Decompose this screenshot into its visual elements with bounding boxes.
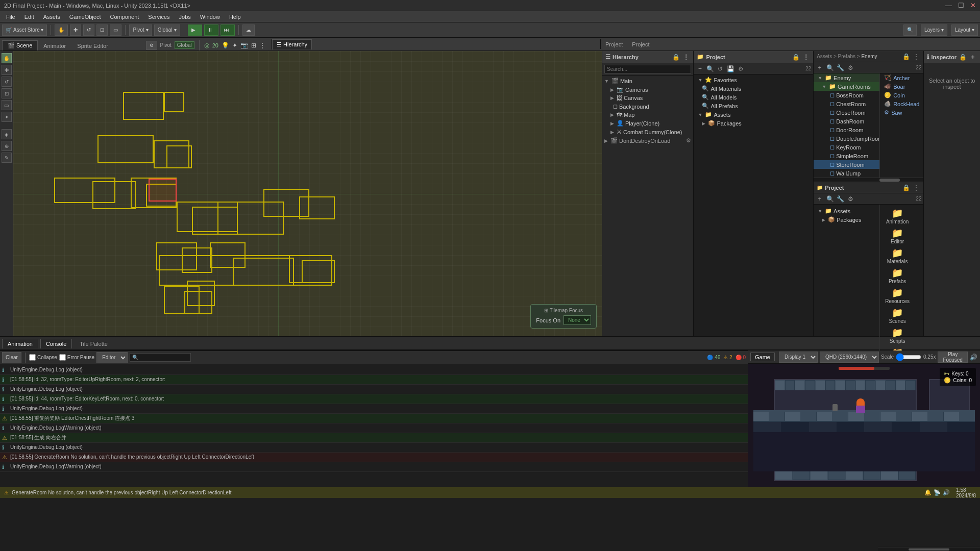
editor-dropdown[interactable]: Editor — [96, 352, 128, 363]
console-row-5[interactable]: ⚠ [01:58:55] 重复的奖励 EditorChestRightRoom … — [0, 414, 748, 423]
tool-hand[interactable]: ✋ — [2, 53, 12, 63]
assets2-create-icon[interactable]: + — [816, 195, 824, 203]
project-all-models[interactable]: 🔍 All Models — [694, 93, 813, 102]
scene-tool-btn[interactable]: ⚙ — [146, 41, 157, 50]
tab-console[interactable]: Console — [40, 339, 72, 348]
enemy-panel-lock-icon[interactable]: 🔒 — [902, 53, 910, 61]
enemy-filter-icon[interactable]: 🔧 — [836, 64, 844, 72]
project-search-icon[interactable]: 🔍 — [706, 65, 714, 73]
console-row-8[interactable]: ℹ UnityEngine.Debug.Log (object) — [0, 443, 748, 453]
asset-scripts[interactable]: 📁 Scripts — [882, 326, 913, 345]
project-lock-icon[interactable]: 🔒 — [792, 53, 800, 61]
project-settings-icon[interactable]: ⚙ — [737, 65, 745, 73]
console-row-10[interactable]: ℹ UnityEngine.Debug.LogWarning (object) — [0, 462, 748, 472]
transform-hand-btn[interactable]: ✋ — [55, 24, 68, 36]
console-row-3[interactable]: ℹ [01:58:55] id: 44, roomType: EditorKey… — [0, 394, 748, 404]
pause-btn[interactable]: ⏸ — [204, 24, 218, 36]
console-row-0[interactable]: ℹ UnityEngine.Debug.Log (object) — [0, 365, 748, 375]
tool-extra1[interactable]: ◈ — [2, 129, 12, 139]
transform-move-btn[interactable]: ✚ — [70, 24, 81, 36]
tab-game[interactable]: Game — [750, 353, 775, 361]
hierarchy-item-background[interactable]: ◻ Background — [602, 102, 693, 111]
asset-animation[interactable]: 📁 Animation — [882, 207, 913, 226]
assets2-settings-icon[interactable]: ⚙ — [846, 195, 854, 203]
menu-services[interactable]: Services — [144, 13, 174, 21]
tab-project[interactable]: Project — [601, 39, 627, 49]
console-row-9[interactable]: ⚠ [01:58:55] GenerateRoom No solution, c… — [0, 453, 748, 462]
tool-move[interactable]: ✚ — [2, 65, 12, 75]
menu-assets[interactable]: Assets — [39, 13, 64, 21]
tool-rotate[interactable]: ↺ — [2, 77, 12, 87]
folder-keyroom[interactable]: ◻ KeyRoom — [814, 143, 879, 152]
asset-store-btn[interactable]: 🛒 Asset Store ▾ — [2, 24, 47, 36]
tab-scene[interactable]: 🎬 Scene — [2, 40, 38, 51]
hierarchy-search-input[interactable] — [604, 65, 691, 73]
display-select[interactable]: Display 1 — [779, 352, 818, 363]
clear-btn[interactable]: Clear — [2, 352, 21, 363]
project-assets-root[interactable]: ▼ 📁 Assets — [694, 110, 813, 119]
folder-doublejumproom[interactable]: ◻ DoubleJumpRoom — [814, 134, 879, 143]
enemy-rockhead[interactable]: 🪨 RockHead — [880, 99, 923, 108]
folder-walljump[interactable]: ◻ WallJump — [814, 169, 879, 178]
tool-transform[interactable]: ✦ — [2, 112, 12, 122]
enemy-panel-menu-icon[interactable]: ⋮ — [912, 53, 920, 61]
folder-storeroom[interactable]: ◻ StoreRoom — [814, 160, 879, 169]
project-favorites[interactable]: ▼ ⭐ Favorites — [694, 76, 813, 84]
folder-doorroom[interactable]: ◻ DoorRoom — [814, 126, 879, 134]
hierarchy-item-combat[interactable]: ▶ ⚔ Combat Dummy(Clone) — [602, 128, 693, 136]
hierarchy-lock-icon[interactable]: 🔒 — [672, 53, 680, 61]
asset-prefabs[interactable]: 📁 Prefabs — [882, 266, 913, 285]
folder-bossroom[interactable]: ◻ BossRoom — [814, 91, 879, 99]
collapse-checkbox[interactable] — [29, 354, 36, 361]
maximize-btn[interactable]: ☐ — [958, 2, 964, 9]
search-btn[interactable]: 🔍 — [903, 24, 917, 36]
project-all-prefabs[interactable]: 🔍 All Prefabs — [694, 102, 813, 110]
hierarchy-item-map[interactable]: ▶ 🗺 Map — [602, 111, 693, 119]
project-menu-icon[interactable]: ⋮ — [802, 53, 810, 61]
folder-enemy-root[interactable]: ▼ 📁 Enemy — [814, 73, 879, 82]
assets2-filter-icon[interactable]: 🔧 — [836, 195, 844, 203]
console-row-6[interactable]: ℹ UnityEngine.Debug.LogWarning (object) — [0, 423, 748, 433]
global-btn[interactable]: Global ▾ — [154, 24, 180, 36]
tool-extra2[interactable]: ⊕ — [2, 141, 12, 151]
transform-scale-btn[interactable]: ⊡ — [96, 24, 108, 36]
hierarchy-item-cameras[interactable]: ▶ 📷 Cameras — [602, 85, 693, 94]
hierarchy-menu-icon[interactable]: ⋮ — [682, 53, 690, 61]
assets2-packages[interactable]: ▶ 📦 Packages — [814, 215, 879, 224]
enemy-coin[interactable]: 🪙 Coin — [880, 91, 923, 99]
hierarchy-item-player[interactable]: ▶ 👤 Player(Clone) — [602, 119, 693, 128]
project-packages[interactable]: ▶ 📦 Packages — [694, 119, 813, 128]
hierarchy-item-dontdestroy[interactable]: ▶ 🎬 DontDestroyOnLoad ⚙ — [602, 136, 693, 145]
project-create-icon[interactable]: + — [696, 65, 704, 73]
transform-rotate-btn[interactable]: ↺ — [83, 24, 94, 36]
folder-closeroom[interactable]: ◻ CloseRoom — [814, 108, 879, 117]
dontdestroy-settings-icon[interactable]: ⚙ — [686, 137, 691, 144]
assets2-search-icon[interactable]: 🔍 — [826, 195, 834, 203]
menu-component[interactable]: Component — [106, 13, 143, 21]
asset-resources[interactable]: 📁 Resources — [882, 286, 913, 305]
asset-materials[interactable]: 📁 Materials — [882, 246, 913, 265]
inspector-lock-icon[interactable]: 🔒 — [959, 53, 967, 61]
project-all-materials[interactable]: 🔍 All Materials — [694, 84, 813, 93]
menu-gameobject[interactable]: GameObject — [65, 13, 105, 21]
enemy-search-icon[interactable]: 🔍 — [826, 64, 834, 72]
project2-lock-icon[interactable]: 🔒 — [902, 184, 910, 192]
transform-rect-btn[interactable]: ▭ — [110, 24, 121, 36]
scene-view[interactable]: ⊞ Tilemap Focus Focus On None Nane — [13, 51, 602, 336]
tab-sprite-editor[interactable]: Sprite Editor — [71, 41, 114, 51]
tilemap-focus-dropdown[interactable]: None Nane — [564, 315, 591, 325]
tab-animator[interactable]: Animator — [38, 41, 71, 51]
folder-chestroom[interactable]: ◻ ChestRoom — [814, 99, 879, 108]
enemy-archer[interactable]: 🏹 Archer — [880, 73, 923, 82]
enemy-saw[interactable]: ⚙ Saw — [880, 108, 923, 117]
tab-animation[interactable]: Animation — [2, 339, 38, 348]
game-canvas[interactable]: 🗝 Keys: 0 🪙 Coins: 0 — [748, 364, 980, 487]
resolution-select[interactable]: QHD (2560x1440) — [820, 352, 879, 363]
hierarchy-item-canvas[interactable]: ▶ 🖼 Canvas — [602, 94, 693, 102]
tab-tile-palette[interactable]: Tile Palette — [74, 339, 113, 348]
folder-dashroom[interactable]: ◻ DashRoom — [814, 117, 879, 126]
console-row-7[interactable]: ⚠ [01:58:55] 生成 向右合并 — [0, 433, 748, 443]
console-row-2[interactable]: ℹ UnityEngine.Debug.Log (object) — [0, 385, 748, 394]
console-row-4[interactable]: ℹ UnityEngine.Debug.Log (object) — [0, 404, 748, 414]
tab-hierarchy[interactable]: ☰ Hierarchy — [272, 39, 312, 49]
